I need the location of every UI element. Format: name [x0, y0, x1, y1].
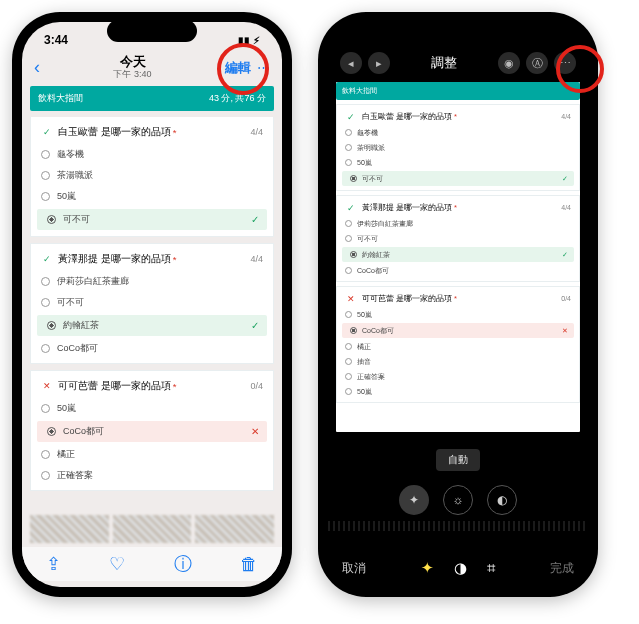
cross-icon: ✕	[41, 381, 52, 392]
option: 50嵐	[31, 398, 273, 419]
value-slider[interactable]	[328, 521, 588, 531]
photo-preview: 飲料大指間 ✓白玉歐蕾 是哪一家的品項*4/4 龜苓機 茶明職派 50嵐 可不可…	[336, 82, 580, 432]
phone-left: 3:44 ▮▮ ⚡︎ ‹ 今天 下午 3:40 編輯 ⋯	[12, 12, 292, 597]
dynamic-island	[413, 20, 503, 42]
status-clock: 3:44	[44, 33, 68, 47]
nav-header: ‹ 今天 下午 3:40 編輯 ⋯	[22, 54, 282, 86]
auto-label: 自動	[436, 449, 480, 471]
question-card: ✓白玉歐蕾 是哪一家的品項*4/4 龜苓機 茶明職派 50嵐 可不可✓	[336, 104, 580, 191]
option: 橘正	[31, 444, 273, 465]
filters-tab-icon[interactable]: ◑	[454, 559, 467, 577]
quiz-header: 飲料大指間 43 分, 共76 分	[30, 86, 274, 111]
dynamic-island	[107, 20, 197, 42]
auto-dial[interactable]: ✦	[399, 485, 429, 515]
option-selected-correct: 可不可✓	[37, 209, 267, 230]
option: CoCo都可	[31, 338, 273, 359]
bottom-toolbar: ⇪ ♡ ⓘ 🗑	[22, 547, 282, 581]
info-icon[interactable]: ⓘ	[174, 552, 192, 576]
option-selected-correct: 約翰紅茶✓	[37, 315, 267, 336]
trash-icon[interactable]: 🗑	[240, 554, 258, 575]
undo-button[interactable]: ◂	[340, 52, 362, 74]
score-badge: 4/4	[250, 254, 263, 264]
quiz-header: 飲料大指間	[336, 82, 580, 100]
option: 龜苓機	[31, 144, 273, 165]
check-icon: ✓	[41, 127, 52, 138]
option: 伊莉莎白紅茶畫廊	[31, 271, 273, 292]
question-card: ✕可可芭蕾 是哪一家的品項*0/4 50嵐 CoCo都可✕ 橘正 抽音 正確答案…	[336, 286, 580, 403]
phone-right: ◂ ▸ 調整 ◉ Ⓐ ⋯ 飲料大指間 ✓白玉歐蕾 是哪一家的品項*4/4 龜苓機	[318, 12, 598, 597]
exposure-dial[interactable]: ☼	[443, 485, 473, 515]
back-button[interactable]: ‹	[34, 57, 40, 78]
brilliance-dial[interactable]: ◐	[487, 485, 517, 515]
more-button[interactable]: ⋯	[257, 60, 270, 75]
quiz-title: 飲料大指間	[38, 92, 83, 105]
option: 正確答案	[31, 465, 273, 486]
adjust-tab-icon[interactable]: ✦	[421, 559, 434, 577]
cancel-button[interactable]: 取消	[342, 560, 366, 577]
thumbnail-strip[interactable]	[30, 515, 274, 543]
edit-mode-title: 調整	[431, 55, 457, 72]
edit-bottom-bar: 取消 ✦ ◑ ⌗ 完成	[328, 559, 588, 577]
score-badge: 0/4	[250, 381, 263, 391]
option: 茶湯職派	[31, 165, 273, 186]
question-card: ✓白玉歐蕾 是哪一家的品項* 4/4 龜苓機 茶湯職派 50嵐 可不可✓	[30, 117, 274, 237]
quiz-meta: 43 分, 共76 分	[209, 92, 266, 105]
share-icon[interactable]: ⇪	[46, 553, 61, 575]
nav-title: 今天	[113, 56, 151, 70]
signal-icon: ▮▮	[238, 35, 250, 46]
option: 50嵐	[31, 186, 273, 207]
nav-subtitle: 下午 3:40	[113, 70, 151, 80]
question-card: ✕可可芭蕾 是哪一家的品項* 0/4 50嵐 CoCo都可✕ 橘正 正確答案	[30, 370, 274, 491]
live-icon[interactable]: ◉	[498, 52, 520, 74]
done-button[interactable]: 完成	[550, 560, 574, 577]
question-card: ✓黃澤那提 是哪一家的品項*4/4 伊莉莎白紅茶畫廊 可不可 約翰紅茶✓ CoC…	[336, 195, 580, 282]
check-icon: ✓	[41, 254, 52, 265]
edit-button[interactable]: 編輯	[225, 59, 251, 77]
score-badge: 4/4	[250, 127, 263, 137]
more-button[interactable]: ⋯	[554, 52, 576, 74]
redo-button[interactable]: ▸	[368, 52, 390, 74]
option: 可不可	[31, 292, 273, 313]
markup-button[interactable]: Ⓐ	[526, 52, 548, 74]
wifi-icon: ⚡︎	[253, 35, 260, 46]
adjust-dials: ✦ ☼ ◐	[328, 485, 588, 515]
option-selected-wrong: CoCo都可✕	[37, 421, 267, 442]
question-card: ✓黃澤那提 是哪一家的品項* 4/4 伊莉莎白紅茶畫廊 可不可 約翰紅茶✓ Co…	[30, 243, 274, 364]
favorite-icon[interactable]: ♡	[109, 553, 125, 575]
crop-tab-icon[interactable]: ⌗	[487, 559, 495, 577]
